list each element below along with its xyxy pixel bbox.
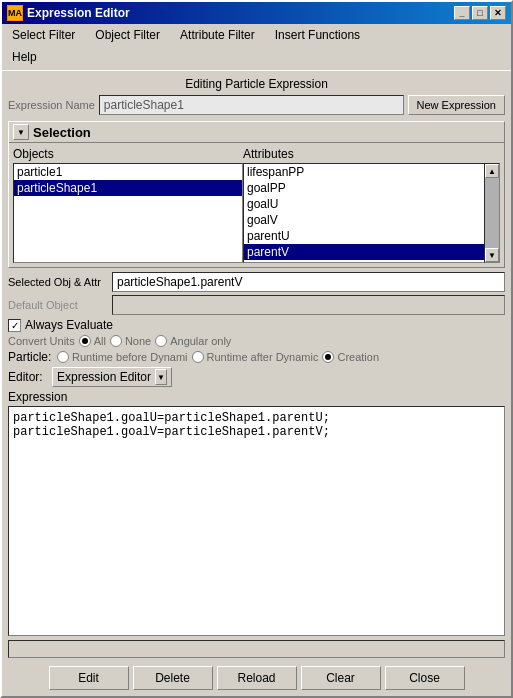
radio-all-label: All (94, 335, 106, 347)
default-obj-input (112, 295, 505, 315)
radio-all[interactable] (79, 335, 91, 347)
convert-units-none: None (110, 335, 151, 347)
list-item[interactable]: lifespanPP (244, 164, 484, 180)
objects-header: Objects (13, 147, 243, 161)
radio-none-label: None (125, 335, 151, 347)
expr-name-row: Expression Name New Expression (8, 95, 505, 115)
window-title: Expression Editor (27, 6, 130, 20)
main-window: MA Expression Editor _ □ ✕ Select Filter… (0, 0, 513, 698)
radio-runtime-after-label: Runtime after Dynamic (207, 351, 319, 363)
radio-runtime-after[interactable] (192, 351, 204, 363)
menu-attribute-filter[interactable]: Attribute Filter (174, 26, 261, 44)
list-item[interactable]: parentV (244, 244, 484, 260)
menu-select-filter[interactable]: Select Filter (6, 26, 81, 44)
title-buttons: _ □ ✕ (454, 6, 506, 20)
attributes-list[interactable]: lifespanPP goalPP goalU goalV parentU pa… (243, 163, 484, 263)
selected-obj-row: Selected Obj & Attr (8, 272, 505, 292)
list-item[interactable]: goalU (244, 196, 484, 212)
reload-button[interactable]: Reload (217, 666, 297, 690)
radio-creation[interactable] (322, 351, 334, 363)
convert-units-all: All (79, 335, 106, 347)
close-button[interactable]: ✕ (490, 6, 506, 20)
main-content: Editing Particle Expression Expression N… (2, 73, 511, 696)
expr-name-label: Expression Name (8, 99, 95, 111)
menu-divider (2, 70, 511, 71)
particle-label: Particle: (8, 350, 53, 364)
menu-insert-functions[interactable]: Insert Functions (269, 26, 366, 44)
maximize-button[interactable]: □ (472, 6, 488, 20)
default-obj-label: Default Object (8, 299, 108, 311)
selected-obj-input[interactable] (112, 272, 505, 292)
attributes-scrollbar[interactable]: ▲ ▼ (484, 163, 500, 263)
lists-row: particle1 particleShape1 lifespanPP goal… (13, 163, 500, 263)
selection-section: ▼ Selection Objects Attributes particle1… (8, 121, 505, 268)
title-bar-left: MA Expression Editor (7, 5, 130, 21)
selection-header: ▼ Selection (9, 122, 504, 143)
particle-runtime-after: Runtime after Dynamic (192, 351, 319, 363)
list-item[interactable]: parentU (244, 228, 484, 244)
default-obj-row: Default Object (8, 295, 505, 315)
particle-runtime-before: Runtime before Dynami (57, 351, 188, 363)
clear-button[interactable]: Clear (301, 666, 381, 690)
radio-angular[interactable] (155, 335, 167, 347)
radio-runtime-before[interactable] (57, 351, 69, 363)
particle-creation: Creation (322, 351, 379, 363)
convert-units-row: Convert Units All None Angular only (8, 335, 505, 347)
minimize-button[interactable]: _ (454, 6, 470, 20)
expression-area[interactable]: particleShape1.goalU=particleShape1.pare… (8, 406, 505, 636)
scroll-up-button[interactable]: ▲ (485, 164, 499, 178)
editor-select-value: Expression Editor (57, 370, 151, 384)
progress-bar (8, 640, 505, 658)
close-button[interactable]: Close (385, 666, 465, 690)
radio-runtime-before-label: Runtime before Dynami (72, 351, 188, 363)
always-evaluate-row: ✓ Always Evaluate (8, 318, 505, 332)
convert-units-label: Convert Units (8, 335, 75, 347)
scroll-track[interactable] (485, 178, 499, 248)
attributes-header: Attributes (243, 147, 500, 161)
scroll-down-button[interactable]: ▼ (485, 248, 499, 262)
selection-content: Objects Attributes particle1 particleSha… (9, 143, 504, 267)
expression-label: Expression (8, 390, 505, 404)
editor-select[interactable]: Expression Editor ▼ (52, 367, 172, 387)
editing-label: Editing Particle Expression (8, 77, 505, 91)
selection-title: Selection (33, 125, 91, 140)
radio-angular-label: Angular only (170, 335, 231, 347)
editor-dropdown-arrow[interactable]: ▼ (155, 369, 167, 385)
attrs-container: lifespanPP goalPP goalU goalV parentU pa… (243, 163, 500, 263)
radio-creation-label: Creation (337, 351, 379, 363)
list-item[interactable]: goalPP (244, 180, 484, 196)
menu-help[interactable]: Help (6, 48, 43, 66)
editor-label: Editor: (8, 370, 48, 384)
menu-object-filter[interactable]: Object Filter (89, 26, 166, 44)
radio-none[interactable] (110, 335, 122, 347)
app-icon: MA (7, 5, 23, 21)
menu-row-1: Select Filter Object Filter Attribute Fi… (2, 24, 511, 46)
section-collapse-button[interactable]: ▼ (13, 124, 29, 140)
list-item[interactable]: particle1 (14, 164, 242, 180)
title-bar: MA Expression Editor _ □ ✕ (2, 2, 511, 24)
editor-row: Editor: Expression Editor ▼ (8, 367, 505, 387)
particle-row: Particle: Runtime before Dynami Runtime … (8, 350, 505, 364)
delete-button[interactable]: Delete (133, 666, 213, 690)
bottom-buttons: Edit Delete Reload Clear Close (8, 662, 505, 692)
menu-bar: Select Filter Object Filter Attribute Fi… (2, 24, 511, 73)
edit-button[interactable]: Edit (49, 666, 129, 690)
always-evaluate-checkbox[interactable]: ✓ (8, 319, 21, 332)
new-expression-button[interactable]: New Expression (408, 95, 505, 115)
objects-list[interactable]: particle1 particleShape1 (13, 163, 243, 263)
list-item[interactable]: particleShape1 (14, 180, 242, 196)
always-evaluate-label: Always Evaluate (25, 318, 113, 332)
expr-name-input[interactable] (99, 95, 404, 115)
selected-obj-label: Selected Obj & Attr (8, 276, 108, 288)
convert-units-angular: Angular only (155, 335, 231, 347)
menu-row-2: Help (2, 46, 511, 68)
list-item[interactable]: goalV (244, 212, 484, 228)
col-headers: Objects Attributes (13, 147, 500, 161)
